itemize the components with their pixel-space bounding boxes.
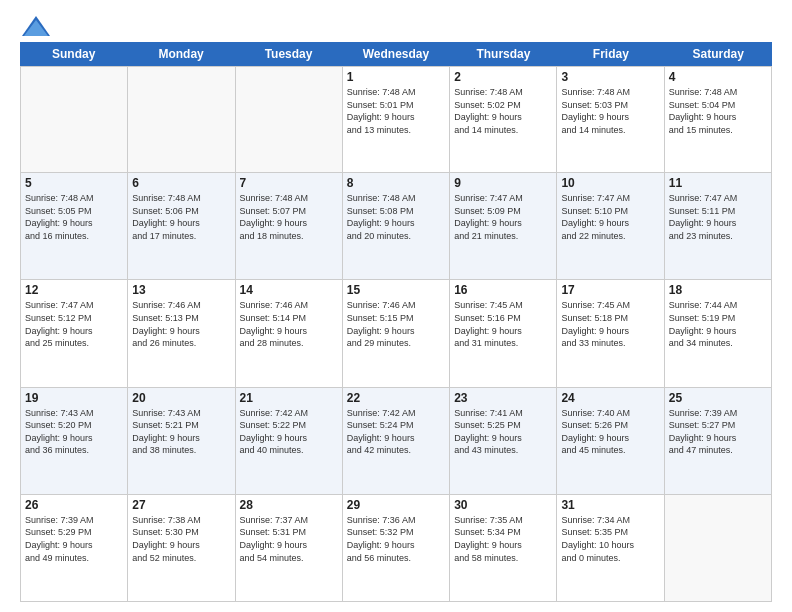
- cell-date-number: 11: [669, 176, 767, 190]
- cell-date-number: 28: [240, 498, 338, 512]
- calendar-cell: 7Sunrise: 7:48 AM Sunset: 5:07 PM Daylig…: [236, 173, 343, 280]
- calendar-cell: 3Sunrise: 7:48 AM Sunset: 5:03 PM Daylig…: [557, 66, 664, 173]
- calendar-row: 1Sunrise: 7:48 AM Sunset: 5:01 PM Daylig…: [20, 66, 772, 173]
- cell-date-number: 5: [25, 176, 123, 190]
- calendar-cell: 22Sunrise: 7:42 AM Sunset: 5:24 PM Dayli…: [343, 388, 450, 495]
- cell-info-text: Sunrise: 7:48 AM Sunset: 5:06 PM Dayligh…: [132, 192, 230, 242]
- calendar-body: 1Sunrise: 7:48 AM Sunset: 5:01 PM Daylig…: [20, 66, 772, 602]
- cell-date-number: 30: [454, 498, 552, 512]
- cell-info-text: Sunrise: 7:48 AM Sunset: 5:05 PM Dayligh…: [25, 192, 123, 242]
- day-header-wednesday: Wednesday: [342, 42, 449, 66]
- cell-info-text: Sunrise: 7:46 AM Sunset: 5:13 PM Dayligh…: [132, 299, 230, 349]
- cell-info-text: Sunrise: 7:43 AM Sunset: 5:21 PM Dayligh…: [132, 407, 230, 457]
- calendar-row: 26Sunrise: 7:39 AM Sunset: 5:29 PM Dayli…: [20, 495, 772, 602]
- cell-info-text: Sunrise: 7:48 AM Sunset: 5:08 PM Dayligh…: [347, 192, 445, 242]
- calendar-cell: 5Sunrise: 7:48 AM Sunset: 5:05 PM Daylig…: [21, 173, 128, 280]
- cell-info-text: Sunrise: 7:47 AM Sunset: 5:09 PM Dayligh…: [454, 192, 552, 242]
- cell-info-text: Sunrise: 7:42 AM Sunset: 5:24 PM Dayligh…: [347, 407, 445, 457]
- calendar-cell: 8Sunrise: 7:48 AM Sunset: 5:08 PM Daylig…: [343, 173, 450, 280]
- calendar-row: 19Sunrise: 7:43 AM Sunset: 5:20 PM Dayli…: [20, 388, 772, 495]
- calendar-cell: 6Sunrise: 7:48 AM Sunset: 5:06 PM Daylig…: [128, 173, 235, 280]
- calendar-cell: 30Sunrise: 7:35 AM Sunset: 5:34 PM Dayli…: [450, 495, 557, 602]
- day-header-tuesday: Tuesday: [235, 42, 342, 66]
- cell-info-text: Sunrise: 7:48 AM Sunset: 5:01 PM Dayligh…: [347, 86, 445, 136]
- calendar-cell: 29Sunrise: 7:36 AM Sunset: 5:32 PM Dayli…: [343, 495, 450, 602]
- cell-date-number: 8: [347, 176, 445, 190]
- cell-info-text: Sunrise: 7:40 AM Sunset: 5:26 PM Dayligh…: [561, 407, 659, 457]
- cell-date-number: 22: [347, 391, 445, 405]
- cell-info-text: Sunrise: 7:48 AM Sunset: 5:07 PM Dayligh…: [240, 192, 338, 242]
- cell-info-text: Sunrise: 7:42 AM Sunset: 5:22 PM Dayligh…: [240, 407, 338, 457]
- cell-date-number: 18: [669, 283, 767, 297]
- calendar-cell: 11Sunrise: 7:47 AM Sunset: 5:11 PM Dayli…: [665, 173, 772, 280]
- cell-info-text: Sunrise: 7:36 AM Sunset: 5:32 PM Dayligh…: [347, 514, 445, 564]
- cell-info-text: Sunrise: 7:47 AM Sunset: 5:12 PM Dayligh…: [25, 299, 123, 349]
- cell-date-number: 13: [132, 283, 230, 297]
- calendar-cell: 20Sunrise: 7:43 AM Sunset: 5:21 PM Dayli…: [128, 388, 235, 495]
- cell-date-number: 20: [132, 391, 230, 405]
- cell-info-text: Sunrise: 7:46 AM Sunset: 5:14 PM Dayligh…: [240, 299, 338, 349]
- cell-info-text: Sunrise: 7:45 AM Sunset: 5:16 PM Dayligh…: [454, 299, 552, 349]
- calendar-cell: 13Sunrise: 7:46 AM Sunset: 5:13 PM Dayli…: [128, 280, 235, 387]
- cell-info-text: Sunrise: 7:37 AM Sunset: 5:31 PM Dayligh…: [240, 514, 338, 564]
- calendar-cell: 21Sunrise: 7:42 AM Sunset: 5:22 PM Dayli…: [236, 388, 343, 495]
- day-header-monday: Monday: [127, 42, 234, 66]
- cell-info-text: Sunrise: 7:34 AM Sunset: 5:35 PM Dayligh…: [561, 514, 659, 564]
- header: [20, 16, 772, 32]
- calendar-cell: 19Sunrise: 7:43 AM Sunset: 5:20 PM Dayli…: [21, 388, 128, 495]
- cell-info-text: Sunrise: 7:39 AM Sunset: 5:27 PM Dayligh…: [669, 407, 767, 457]
- calendar-cell: 26Sunrise: 7:39 AM Sunset: 5:29 PM Dayli…: [21, 495, 128, 602]
- calendar-row: 5Sunrise: 7:48 AM Sunset: 5:05 PM Daylig…: [20, 173, 772, 280]
- cell-date-number: 23: [454, 391, 552, 405]
- cell-date-number: 2: [454, 70, 552, 84]
- cell-date-number: 7: [240, 176, 338, 190]
- calendar-cell: 10Sunrise: 7:47 AM Sunset: 5:10 PM Dayli…: [557, 173, 664, 280]
- cell-date-number: 19: [25, 391, 123, 405]
- calendar-cell: 9Sunrise: 7:47 AM Sunset: 5:09 PM Daylig…: [450, 173, 557, 280]
- cell-date-number: 25: [669, 391, 767, 405]
- cell-info-text: Sunrise: 7:41 AM Sunset: 5:25 PM Dayligh…: [454, 407, 552, 457]
- calendar-row: 12Sunrise: 7:47 AM Sunset: 5:12 PM Dayli…: [20, 280, 772, 387]
- cell-date-number: 1: [347, 70, 445, 84]
- cell-date-number: 14: [240, 283, 338, 297]
- calendar-cell: [128, 66, 235, 173]
- cell-info-text: Sunrise: 7:48 AM Sunset: 5:02 PM Dayligh…: [454, 86, 552, 136]
- calendar-cell: 31Sunrise: 7:34 AM Sunset: 5:35 PM Dayli…: [557, 495, 664, 602]
- day-header-thursday: Thursday: [450, 42, 557, 66]
- cell-date-number: 3: [561, 70, 659, 84]
- calendar-cell: 17Sunrise: 7:45 AM Sunset: 5:18 PM Dayli…: [557, 280, 664, 387]
- cell-date-number: 6: [132, 176, 230, 190]
- page: SundayMondayTuesdayWednesdayThursdayFrid…: [0, 0, 792, 612]
- logo-icon: [22, 16, 50, 36]
- cell-info-text: Sunrise: 7:46 AM Sunset: 5:15 PM Dayligh…: [347, 299, 445, 349]
- cell-date-number: 9: [454, 176, 552, 190]
- calendar-cell: 28Sunrise: 7:37 AM Sunset: 5:31 PM Dayli…: [236, 495, 343, 602]
- cell-info-text: Sunrise: 7:47 AM Sunset: 5:11 PM Dayligh…: [669, 192, 767, 242]
- calendar-cell: 12Sunrise: 7:47 AM Sunset: 5:12 PM Dayli…: [21, 280, 128, 387]
- cell-date-number: 26: [25, 498, 123, 512]
- calendar-cell: 16Sunrise: 7:45 AM Sunset: 5:16 PM Dayli…: [450, 280, 557, 387]
- cell-date-number: 31: [561, 498, 659, 512]
- cell-info-text: Sunrise: 7:48 AM Sunset: 5:04 PM Dayligh…: [669, 86, 767, 136]
- day-header-friday: Friday: [557, 42, 664, 66]
- cell-date-number: 24: [561, 391, 659, 405]
- cell-info-text: Sunrise: 7:39 AM Sunset: 5:29 PM Dayligh…: [25, 514, 123, 564]
- cell-date-number: 16: [454, 283, 552, 297]
- cell-info-text: Sunrise: 7:47 AM Sunset: 5:10 PM Dayligh…: [561, 192, 659, 242]
- cell-date-number: 17: [561, 283, 659, 297]
- calendar-cell: 24Sunrise: 7:40 AM Sunset: 5:26 PM Dayli…: [557, 388, 664, 495]
- cell-info-text: Sunrise: 7:44 AM Sunset: 5:19 PM Dayligh…: [669, 299, 767, 349]
- cell-info-text: Sunrise: 7:43 AM Sunset: 5:20 PM Dayligh…: [25, 407, 123, 457]
- calendar-header: SundayMondayTuesdayWednesdayThursdayFrid…: [20, 42, 772, 66]
- cell-date-number: 10: [561, 176, 659, 190]
- calendar-cell: 25Sunrise: 7:39 AM Sunset: 5:27 PM Dayli…: [665, 388, 772, 495]
- calendar-cell: [21, 66, 128, 173]
- calendar-cell: 2Sunrise: 7:48 AM Sunset: 5:02 PM Daylig…: [450, 66, 557, 173]
- calendar-cell: 23Sunrise: 7:41 AM Sunset: 5:25 PM Dayli…: [450, 388, 557, 495]
- calendar: SundayMondayTuesdayWednesdayThursdayFrid…: [20, 42, 772, 602]
- day-header-saturday: Saturday: [665, 42, 772, 66]
- calendar-cell: 4Sunrise: 7:48 AM Sunset: 5:04 PM Daylig…: [665, 66, 772, 173]
- calendar-cell: 27Sunrise: 7:38 AM Sunset: 5:30 PM Dayli…: [128, 495, 235, 602]
- cell-date-number: 15: [347, 283, 445, 297]
- cell-date-number: 4: [669, 70, 767, 84]
